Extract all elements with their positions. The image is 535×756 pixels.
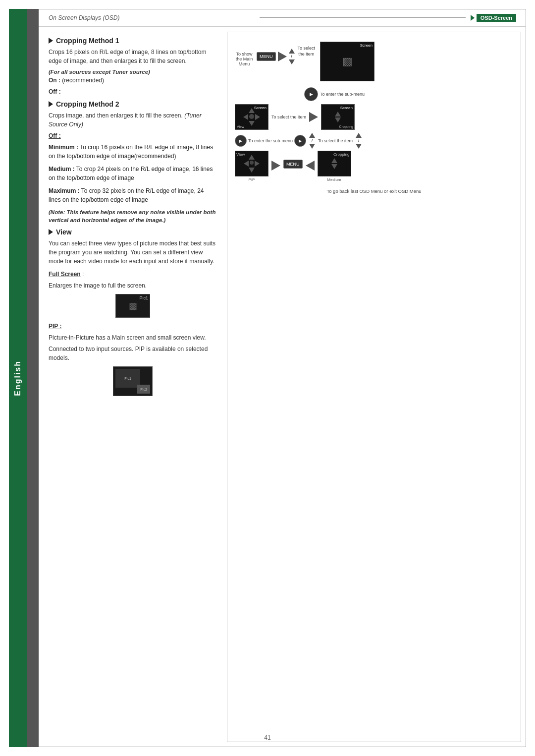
menu-button[interactable]: MENU — [257, 52, 276, 61]
cropping2-body-text: Crops image, and then enlarges it to fil… — [49, 112, 183, 119]
bottom-view-group: View PIP — [235, 151, 268, 182]
main-content: Cropping Method 1 Crops 16 pixels on R/L… — [39, 27, 526, 747]
view-up-icon — [249, 155, 255, 160]
header-title: On Screen Displays (OSD) — [49, 14, 119, 21]
header-tag: OSD-Screen — [477, 14, 516, 22]
osd-diagram-area: To show the Main Menu MENU / — [235, 40, 513, 734]
cropping2-note: (Note: This feature helps remove any noi… — [49, 208, 217, 224]
top-diagram-row: To show the Main Menu MENU / — [235, 40, 513, 83]
mid-nav2 — [335, 112, 341, 122]
view-body: You can select three view types of pictu… — [49, 239, 217, 266]
mid-left-icon — [243, 114, 248, 120]
off-label-1: Off : — [49, 88, 61, 95]
sidebar-dark — [27, 9, 39, 747]
pic1-box: Pic1 ▩ — [115, 294, 150, 318]
updown-nav2: / — [309, 133, 315, 149]
fullscreen-section: Full Screen : Enlarges the image to full… — [49, 270, 217, 318]
mid-down-icon — [249, 121, 255, 126]
mid-lr-icons — [243, 114, 260, 120]
fullscreen-diagram: Pic1 ▩ — [49, 294, 217, 318]
pip-section: PIP : Picture-in-Picture has a Main scre… — [49, 322, 217, 396]
nav-up-icon — [289, 49, 295, 54]
text-column: Cropping Method 1 Crops 16 pixels on R/L… — [39, 27, 227, 747]
caption-to-show: To show — [236, 52, 252, 57]
enter-submenu-caption: To enter the sub-menu — [320, 92, 365, 97]
top-screen-area: Screen ▩ — [320, 42, 513, 81]
on-label: On : — [49, 77, 60, 84]
bottom-arrow1-icon — [271, 161, 280, 171]
heading-arrow3-icon — [49, 229, 53, 235]
pip-small-screen: Pic2 — [137, 385, 150, 394]
updown-nav: / — [289, 49, 295, 64]
mid-diagram-row2: ▶ To enter the sub-menu ▶ / To select th… — [235, 133, 513, 149]
big-arrow-right-icon — [278, 52, 287, 61]
enter-submenu-row: ▶ To enter the sub-menu — [235, 87, 513, 101]
bottom-view-label: View — [236, 152, 245, 157]
top-screen-box: Screen ▩ — [320, 42, 374, 81]
mid-screen-label2: Screen — [340, 106, 353, 110]
cropping1-body: Crops 16 pixels on R/L edge of image, 8 … — [49, 48, 217, 65]
pip-diagram-container: Pic1 Pic2 — [49, 366, 217, 396]
header-left: On Screen Displays (OSD) — [39, 14, 255, 21]
mid-screen-label1: Screen — [254, 106, 267, 110]
view-lr — [244, 161, 260, 167]
mid-nav1 — [243, 108, 260, 126]
mid-big-arrow-icon — [309, 112, 318, 122]
nav-down-icon — [289, 59, 295, 64]
pip-badge-label: PIP — [235, 177, 268, 182]
top-screen-icon: ▩ — [342, 55, 353, 68]
bottom-menu-button[interactable]: MENU — [283, 160, 303, 169]
top-screen-label: Screen — [360, 43, 373, 48]
top-nav-row: MENU / — [257, 49, 295, 64]
medium-item: Medium : To crop 24 pixels on the R/L ed… — [49, 165, 217, 182]
enter-sub2-icon: ▶ — [239, 139, 242, 143]
cropping1-heading: Cropping Method 1 — [49, 37, 217, 45]
mid-screen-box1: Screen View — [235, 104, 268, 130]
pip-label-text: PIP : — [49, 322, 217, 331]
heading-arrow-icon — [49, 38, 53, 44]
bottom-cropping-box: Cropping — [318, 151, 351, 176]
on-value: (recommended) — [62, 77, 104, 84]
select-item-text2: To select the item — [318, 138, 353, 143]
cropping1-off: Off : — [49, 87, 217, 96]
cropping2-off: Off : — [49, 131, 217, 140]
mid-screen-box2: Screen Cropping — [321, 104, 355, 130]
nav-up3-icon — [356, 133, 362, 138]
view-center-icon — [250, 161, 254, 165]
enter-sub2-circle: ▶ — [235, 135, 247, 147]
fullscreen-label: Full Screen — [49, 271, 81, 278]
cropping1-italic: (For all sources except Tuner source) — [49, 68, 217, 76]
cropping2-heading: Cropping Method 2 — [49, 100, 217, 108]
top-caption-right: To select the item — [298, 46, 316, 57]
to-select-text: To select the item — [271, 115, 306, 119]
section-cropping2: Cropping Method 2 Crops image, and then … — [49, 100, 217, 224]
bottom-diagram-row: View PIP — [235, 151, 513, 182]
enter-sub2-group: ▶ To enter the sub-menu ▶ — [235, 135, 306, 147]
cropping-down-icon — [331, 164, 337, 169]
pic1-icon: ▩ — [129, 300, 137, 311]
caption-menu: Menu — [239, 61, 250, 66]
pip-pic1-label: Pic1 — [124, 377, 131, 380]
pip-box: Pic1 Pic2 — [113, 366, 153, 396]
view-nav — [244, 155, 260, 173]
enter-sub3-icon: ▶ — [299, 139, 302, 143]
maximum-label: Maximum : — [49, 187, 80, 194]
enter-nav-icon: ▶ — [310, 92, 313, 97]
mid-view-label: View — [237, 125, 244, 128]
bottom-cropping-label: Cropping — [333, 152, 349, 157]
cropping1-on: On : (recommended) — [49, 76, 217, 85]
pip-body1: Picture-in-Picture has a Main screen and… — [49, 333, 217, 342]
section-view: View You can select three view types of … — [49, 228, 217, 396]
pip-body2: Connected to two input sources. PIP is a… — [49, 345, 217, 362]
view-heading: View — [49, 228, 217, 236]
enter-sub3-circle: ▶ — [294, 135, 306, 147]
sidebar-label: English — [13, 360, 22, 396]
header-bar: On Screen Displays (OSD) OSD-Screen — [39, 9, 526, 27]
bottom-menu-group: MENU — [283, 160, 303, 169]
mid-right-icon — [255, 114, 260, 120]
off-label-2: Off : — [49, 132, 61, 139]
to-select-caption: To select the item — [271, 115, 306, 119]
cropping2-body: Crops image, and then enlarges it to fil… — [49, 111, 217, 129]
page-number: 41 — [264, 734, 270, 741]
bottom-arrow2-icon — [306, 161, 315, 171]
